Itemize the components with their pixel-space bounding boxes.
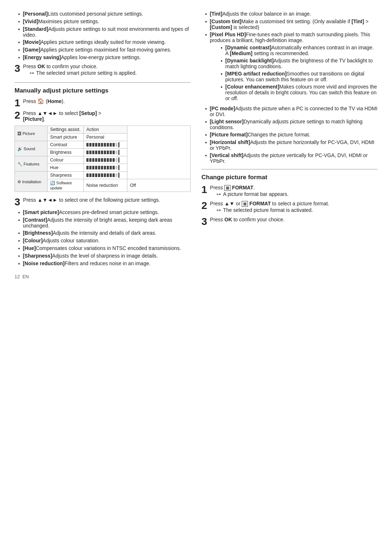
initial-list: [Personal]Lists customised personal pict… (15, 11, 191, 61)
action-cell (84, 149, 127, 156)
submenu-cell: Smart picture (48, 134, 84, 141)
step-2-setup: 2 Press ▲▼◄► to select [Setup] >[Picture… (15, 110, 191, 122)
list-item: [Picture format]Changes the picture form… (201, 132, 377, 138)
menu-cell-software: 🔄 Software update (48, 179, 84, 192)
submenu-cell: Noise reduction (84, 179, 127, 192)
action-cell: Off (127, 179, 191, 192)
submenu-cell: Sharpness (48, 172, 84, 179)
table-row: 🔊 Sound Contrast (15, 141, 191, 149)
settings-table: 🖼 Picture Settings assist. Action Smart … (15, 126, 191, 192)
action-cell (84, 172, 127, 179)
step-3-confirm: 3 Press OK to confirm your choice. The s… (15, 63, 191, 77)
action-cell: Personal (84, 134, 127, 141)
step-text: Press ▲▼◄► to select [Setup] >[Picture]. (23, 110, 101, 122)
sub-list-item: [Dynamic backlight]Adjusts the brightnes… (217, 58, 377, 69)
section-title-manually: Manually adjust picture settings (15, 87, 191, 94)
list-item: [Colour]Adjusts colour saturation. (15, 238, 191, 244)
section-divider-right (201, 169, 377, 169)
section-title-change-format: Change picture format (201, 174, 377, 181)
step-text: Press OK to confirm your choice. (23, 63, 98, 69)
step-number: 2 (201, 201, 207, 211)
sub-list-item: [Colour enhancement]Makes colours more v… (217, 84, 377, 101)
step-result: A picture format bar appears. (210, 191, 377, 197)
submenu-cell: Hue (48, 164, 84, 172)
step-3-format: 3 Press OK to confirm your choice. (201, 217, 377, 227)
list-item: [Game]Applies picture settings maximised… (15, 47, 191, 53)
sub-list-item: [MPEG artifact reduction]Smoothes out tr… (217, 71, 377, 82)
list-item: [Vertical shift]Adjusts the picture vert… (201, 152, 377, 164)
list-item: [Light sensor]Dynamically adjusts pictur… (201, 119, 377, 130)
menu-cell-installation: ⚙ Installation (15, 172, 48, 192)
list-item: [Energy saving]Applies low-energy pictur… (15, 54, 191, 61)
list-item: [Noise reduction]Filters and reduces noi… (15, 260, 191, 267)
list-item: [Movie]Applies picture settings ideally … (15, 39, 191, 45)
step-2-format: 2 Press ▲▼ or ⊞ FORMAT to select a pictu… (201, 201, 377, 214)
step-number: 3 (15, 197, 20, 207)
submenu-cell: Settings assist. (48, 126, 84, 134)
action-cell (84, 164, 127, 172)
list-item: [Brightness]Adjusts the intensity and de… (15, 230, 191, 236)
menu-cell-features: 🔧 Features (15, 156, 48, 172)
list-item: [Custom tint]Make a customised tint sett… (201, 19, 377, 30)
list-item: [Sharpness]Adjusts the level of sharpnes… (15, 253, 191, 259)
step-text: Press 🏠 (Home). (23, 98, 65, 104)
list-item: [Vivid]Maximises picture settings. (15, 19, 191, 25)
step-result: The selected smart picture setting is ap… (23, 70, 191, 76)
menu-cell-picture: 🖼 Picture (15, 126, 48, 141)
submenu-cell: Colour (48, 156, 84, 164)
list-item: [Tint]Adjusts the colour balance in an i… (201, 11, 377, 17)
page-container: [Personal]Lists customised personal pict… (15, 11, 377, 279)
step-number: 1 (201, 185, 207, 195)
table-row: ⚙ Installation Sharpness (15, 172, 191, 179)
step-1-format: 1 Press ⊞ FORMAT. A picture format bar a… (201, 185, 377, 198)
action-cell: Action (84, 126, 127, 134)
step-text: Press ⊞ FORMAT. (210, 185, 255, 190)
submenu-cell: Brightness (48, 149, 84, 156)
sub-list-item: [Dynamic contrast]Automatically enhances… (217, 45, 377, 56)
step-1-home: 1 Press 🏠 (Home). (15, 98, 191, 108)
section-divider (15, 82, 191, 83)
picture-settings-list: [Smart picture]Accesses pre-defined smar… (15, 209, 191, 267)
menu-cell-sound: 🔊 Sound (15, 141, 48, 156)
step-number: 1 (15, 98, 20, 108)
list-item: [Contrast]Adjusts the intensity of brigh… (15, 217, 191, 229)
right-column: [Tint]Adjusts the colour balance in an i… (201, 11, 377, 279)
list-item: [PC mode]Adjusts the picture when a PC i… (201, 106, 377, 117)
step-result: The selected picture format is activated… (210, 207, 377, 213)
step-text: Press ▲▼◄► to select one of the followin… (23, 197, 160, 203)
step-3-select: 3 Press ▲▼◄► to select one of the follow… (15, 197, 191, 207)
submenu-cell: Contrast (48, 141, 84, 149)
list-item: [Standard]Adjusts picture settings to su… (15, 26, 191, 38)
list-item: [Smart picture]Accesses pre-defined smar… (15, 209, 191, 216)
right-list: [Tint]Adjusts the colour balance in an i… (201, 11, 377, 164)
list-item: [Hue]Compensates colour variations in NT… (15, 245, 191, 251)
table-row: 🖼 Picture Settings assist. Action (15, 126, 191, 134)
list-item: [Horizontal shift]Adjusts the picture ho… (201, 139, 377, 151)
table-row: 🔧 Features Colour (15, 156, 191, 164)
action-cell (84, 156, 127, 164)
list-item: [Pixel Plus HD]Fine-tunes each pixel to … (201, 32, 377, 104)
step-number: 3 (201, 217, 207, 227)
step-number: 2 (15, 110, 20, 120)
list-item: [Personal]Lists customised personal pict… (15, 11, 191, 17)
page-number: 12 EN (15, 274, 191, 279)
step-number: 3 (15, 63, 20, 74)
left-column: [Personal]Lists customised personal pict… (15, 11, 191, 279)
step-text: Press OK to confirm your choice. (210, 217, 285, 222)
step-text: Press ▲▼ or ⊞ FORMAT to select a picture… (210, 201, 329, 206)
action-cell (84, 141, 127, 149)
